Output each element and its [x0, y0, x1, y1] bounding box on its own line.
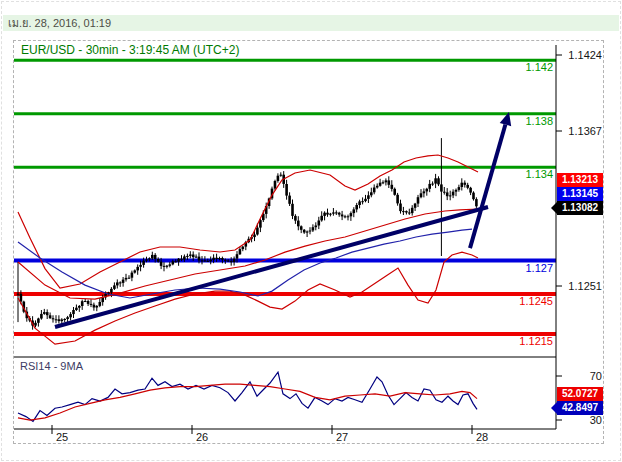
rsi-tick-label: 70 — [562, 370, 602, 382]
level-label-1127: 1.127 — [493, 262, 553, 274]
ma-blue — [18, 229, 472, 298]
x-axis-label-28: 28 — [476, 431, 502, 443]
lower-band — [18, 252, 478, 344]
projection-arrow-shaft — [470, 125, 505, 249]
price-tag-last: 1.13082 — [557, 201, 603, 215]
axes — [14, 45, 562, 434]
price-tick-label: 1.1424 — [562, 49, 602, 61]
rsi-panel-label: RSI14 - 9MA — [20, 360, 83, 372]
chart-title: EUR/USD - 30min - 3:19:45 AM (UTC+2) — [19, 43, 241, 57]
rsi-tag-ma: 52.0727 — [557, 387, 603, 401]
x-axis-label-27: 27 — [336, 431, 362, 443]
level-label-11215: 1.1215 — [493, 335, 553, 347]
chart-page: เม.ย. 28, 2016, 01:19 EUR/USD - 30min - … — [0, 0, 622, 462]
level-label-11245: 1.1245 — [493, 295, 553, 307]
level-label-1142: 1.142 — [493, 61, 553, 73]
trend-line — [55, 207, 488, 327]
rsi-line-RSI14 — [18, 372, 477, 421]
level-label-1138: 1.138 — [493, 115, 553, 127]
rsi-tag-value: 42.8497 — [557, 401, 603, 415]
x-axis-label-26: 26 — [196, 431, 222, 443]
upper-band — [18, 155, 478, 288]
price-tick-label: 1.1367 — [562, 125, 602, 137]
rsi-tick-label: 30 — [562, 414, 602, 426]
price-tag-high: 1.13213 — [557, 173, 603, 187]
rsi-series — [18, 372, 477, 421]
x-axis-label-25: 25 — [56, 431, 82, 443]
indicator-lines — [18, 155, 478, 344]
rsi-line-9MA — [18, 384, 477, 420]
price-tag-mid: 1.13145 — [557, 187, 603, 201]
level-label-1134: 1.134 — [493, 168, 553, 180]
price-tick-label: 1.1251 — [562, 280, 602, 292]
